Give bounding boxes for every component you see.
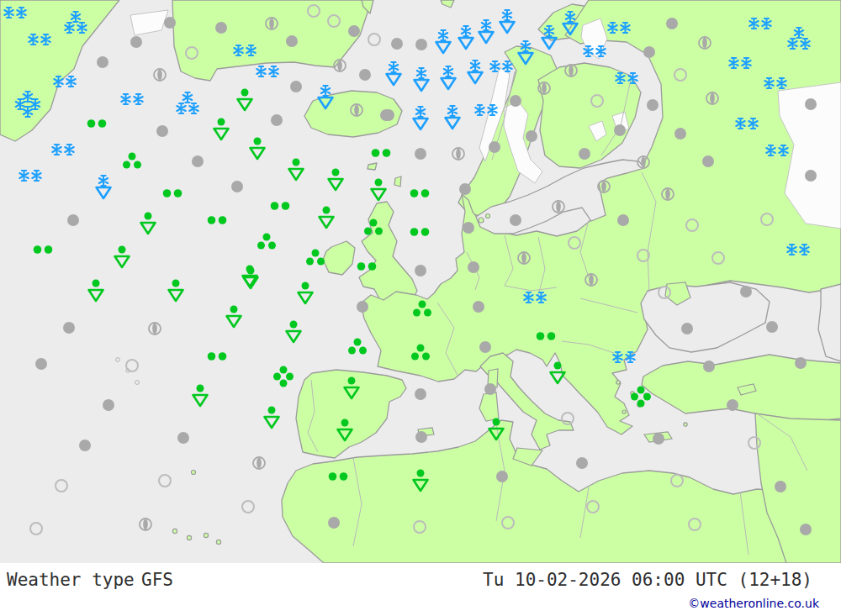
weather-symbol-overcast (328, 517, 340, 529)
weather-symbol-overcast (775, 481, 786, 492)
weather-symbol-overcast (415, 431, 427, 443)
weather-symbol-overcast (35, 358, 47, 370)
weather-symbol-overcast (576, 457, 588, 469)
weather-symbol-overcast (496, 471, 508, 482)
map-type-label: Weather type (7, 570, 135, 590)
weather-symbol-overcast (231, 181, 243, 192)
weather-symbol-overcast (805, 170, 817, 182)
weather-symbol-overcast (666, 18, 678, 29)
weather-symbol-overcast (357, 301, 368, 313)
weather-symbol-overcast (681, 323, 693, 334)
weather-symbol-overcast (526, 130, 537, 142)
weather-symbol-overcast (459, 183, 471, 195)
europe-map-svg (0, 0, 841, 563)
weather-symbol-overcast (290, 81, 302, 92)
weather-symbol-overcast (702, 155, 714, 167)
weather-symbol-overcast (643, 46, 655, 58)
weather-symbol-overcast (653, 433, 664, 445)
weather-symbol-overcast (795, 357, 807, 369)
weather-symbol-overcast (647, 99, 659, 111)
weather-map-page: Weather type GFS Tu 10-02-2026 06:00 UTC… (0, 0, 841, 616)
weather-symbol-overcast (740, 286, 752, 297)
copyright-link[interactable]: ©weatheronline.co.uk (688, 597, 819, 610)
weather-symbol-overcast (727, 399, 738, 411)
weather-symbol-overcast (348, 25, 360, 37)
weather-symbol-overcast (103, 399, 114, 411)
weather-symbol-overcast (271, 114, 283, 126)
weather-symbol-overcast (156, 125, 168, 137)
weather-symbol-overcast (215, 22, 227, 34)
weather-symbol-overcast (473, 301, 484, 313)
weather-symbol-overcast (510, 95, 521, 107)
footer-bar: Weather type GFS Tu 10-02-2026 06:00 UTC… (0, 563, 841, 616)
weather-symbol-overcast (703, 361, 715, 372)
weather-symbol-overcast (286, 35, 298, 47)
weather-symbol-overcast (617, 214, 629, 226)
weather-symbol-overcast (391, 38, 403, 50)
weather-symbol-overcast (415, 265, 426, 276)
weather-symbol-overcast (805, 98, 817, 110)
weather-symbol-overcast (359, 69, 371, 81)
weather-symbol-overcast (415, 39, 427, 50)
weather-symbol-overcast (800, 524, 812, 535)
model-label: GFS (141, 570, 173, 590)
weather-symbol-overcast (766, 321, 778, 333)
weather-symbol-overcast (463, 222, 474, 234)
weather-symbol-overcast (130, 36, 142, 48)
weather-symbol-overcast (97, 56, 108, 68)
weather-symbol-overcast (192, 155, 204, 167)
weather-symbol-overcast (164, 17, 176, 29)
weather-symbol-overcast (479, 341, 491, 353)
weather-symbol-overcast (579, 148, 590, 160)
weather-symbol-overcast (177, 432, 189, 444)
weather-symbol-overcast (415, 148, 426, 160)
weather-symbol-overcast (489, 141, 500, 153)
weather-symbol-overcast (79, 440, 91, 451)
weather-symbol-overcast (674, 128, 686, 140)
weather-symbol-overcast (67, 214, 79, 226)
weather-symbol-overcast (468, 261, 479, 273)
weather-symbol-overcast (484, 383, 496, 395)
weather-symbol-overcast (614, 124, 626, 136)
weather-symbol-overcast (510, 214, 521, 226)
weather-symbol-overcast (415, 388, 426, 400)
run-datetime: Tu 10-02-2026 06:00 UTC (12+18) (483, 570, 812, 590)
weather-symbol-overcast (63, 322, 75, 334)
weather-symbol-overcast (383, 109, 394, 121)
weather-map (0, 0, 841, 563)
